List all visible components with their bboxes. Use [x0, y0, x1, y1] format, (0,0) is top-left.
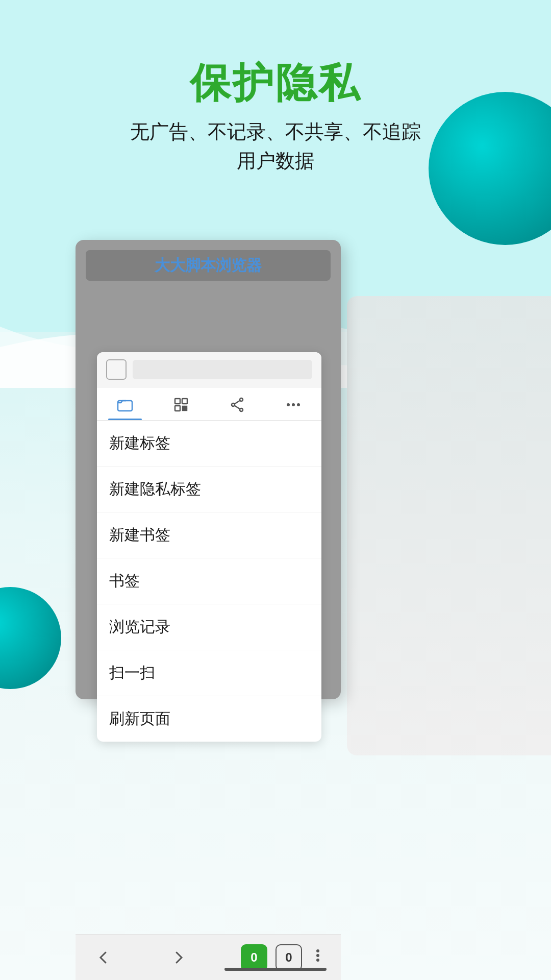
svg-rect-2 [182, 399, 187, 404]
tab-more[interactable] [265, 387, 321, 420]
page-subtitle: 无广告、不记录、不共享、不追踪 用户数据 [0, 117, 551, 176]
menu-item-scan[interactable]: 扫一扫 [97, 650, 321, 696]
svg-rect-6 [183, 409, 184, 410]
browser-title: 大大脚本浏览器 [93, 255, 323, 276]
menu-item-history[interactable]: 浏览记录 [97, 604, 321, 650]
menu-item-new-tab[interactable]: 新建标签 [97, 421, 321, 467]
tab-tabs[interactable] [97, 387, 153, 420]
menu-item-refresh[interactable]: 刷新页面 [97, 696, 321, 742]
svg-point-9 [232, 403, 235, 406]
svg-rect-7 [185, 409, 187, 410]
svg-line-11 [235, 401, 240, 404]
bottom-navigation: 0 0 [76, 934, 341, 980]
subtitle-line2: 用户数据 [0, 146, 551, 176]
menu-item-bookmarks[interactable]: 书签 [97, 558, 321, 604]
forward-arrow-icon [169, 948, 188, 967]
svg-point-18 [316, 959, 319, 962]
menu-item-new-bookmark[interactable]: 新建书签 [97, 512, 321, 558]
more-dots-icon [285, 397, 302, 413]
nav-right-group: 0 0 [241, 944, 325, 971]
tab-count-outline-button[interactable]: 0 [276, 944, 302, 971]
scan-icon [173, 397, 189, 413]
svg-point-16 [316, 949, 319, 952]
svg-rect-4 [183, 406, 184, 408]
address-bar-icon [106, 359, 127, 380]
address-bar-input-field[interactable] [133, 360, 312, 379]
svg-point-10 [240, 408, 243, 411]
svg-point-13 [287, 403, 290, 406]
bottom-home-indicator [224, 968, 327, 971]
svg-rect-5 [185, 406, 187, 408]
white-side-panel [347, 296, 551, 755]
svg-point-17 [316, 954, 319, 957]
svg-point-15 [297, 403, 300, 406]
subtitle-line1: 无广告、不记录、不共享、不追踪 [0, 117, 551, 146]
popup-address-bar [97, 352, 321, 387]
forward-button[interactable] [166, 945, 191, 970]
svg-line-12 [235, 406, 240, 409]
share-icon [229, 397, 245, 413]
vertical-dots-icon [310, 948, 325, 963]
menu-item-new-private-tab[interactable]: 新建隐私标签 [97, 467, 321, 512]
tab-share[interactable] [209, 387, 265, 420]
popup-tab-row [97, 387, 321, 421]
svg-rect-1 [175, 399, 180, 404]
more-options-button[interactable] [310, 948, 325, 967]
popup-menu: 新建标签 新建隐私标签 新建书签 书签 浏览记录 扫一扫 刷新页面 [97, 352, 321, 742]
back-button[interactable] [91, 945, 116, 970]
svg-rect-3 [175, 406, 180, 411]
back-arrow-icon [94, 948, 113, 967]
svg-point-14 [292, 403, 295, 406]
tab-count-green-button[interactable]: 0 [241, 944, 267, 971]
tab-scan[interactable] [153, 387, 209, 420]
svg-point-8 [240, 398, 243, 401]
folder-icon [117, 397, 133, 413]
browser-title-bar: 大大脚本浏览器 [86, 250, 331, 281]
page-title: 保护隐私 [0, 56, 551, 111]
